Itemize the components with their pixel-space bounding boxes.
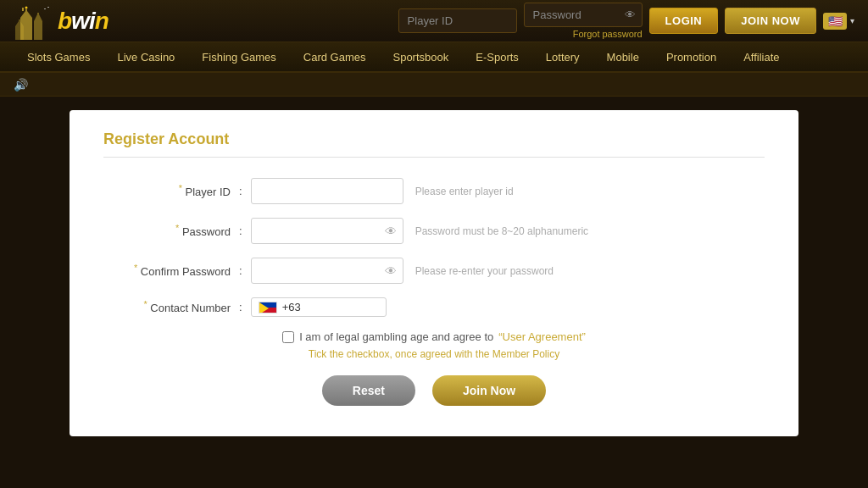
join-now-form-button[interactable]: Join Now: [432, 375, 546, 406]
ph-flag-icon: [259, 302, 277, 313]
svg-rect-2: [22, 8, 24, 11]
language-selector[interactable]: 🇺🇸 ▾: [823, 13, 854, 30]
nav-affiliate[interactable]: Affiliate: [730, 42, 793, 72]
register-card: Register Account * Player ID : Please en…: [70, 110, 798, 436]
player-id-input[interactable]: [251, 178, 403, 204]
nav-slots-games[interactable]: Slots Games: [14, 42, 103, 72]
join-now-header-button[interactable]: JOIN NOW: [725, 8, 816, 34]
language-flag[interactable]: 🇺🇸: [823, 13, 847, 30]
nav-lottery[interactable]: Lottery: [532, 42, 593, 72]
login-button[interactable]: LOGIN: [649, 8, 719, 34]
audio-icon[interactable]: 🔊: [14, 78, 28, 92]
agreement-error: Tick the checkbox, once agreed with the …: [309, 348, 559, 360]
nav-sportsbook[interactable]: Sportsbook: [379, 42, 462, 72]
confirm-password-label: * Confirm Password: [103, 263, 239, 278]
header-inputs: 👁 Forgot password LOGIN JOIN NOW 🇺🇸 ▾: [398, 3, 854, 39]
nav-live-casino[interactable]: Live Casino: [103, 42, 188, 72]
nav-e-sports[interactable]: E-Sports: [462, 42, 532, 72]
logo-area: bwin: [14, 3, 115, 40]
contact-number-colon: :: [239, 301, 242, 313]
logo-text: bwin: [58, 8, 108, 35]
player-id-hint: Please enter player id: [415, 186, 514, 197]
nav-mobile[interactable]: Mobile: [593, 42, 653, 72]
required-asterisk-cn: *: [143, 299, 147, 309]
confirm-password-input-wrap: 👁: [251, 258, 403, 284]
header-password-eye-icon[interactable]: 👁: [625, 8, 636, 21]
player-id-colon: :: [239, 185, 242, 197]
password-input-wrap: 👁: [251, 218, 403, 244]
agreement-row: I am of legal gambling age and agree to …: [103, 330, 765, 360]
building-icon: [14, 3, 54, 40]
required-asterisk-cpw: *: [134, 263, 137, 273]
password-row: * Password : 👁 Password must be 8~20 alp…: [103, 218, 765, 244]
confirm-password-input[interactable]: [251, 258, 403, 284]
password-input[interactable]: [251, 218, 403, 244]
form-buttons: Reset Join Now: [103, 375, 765, 406]
audio-bar: 🔊: [0, 73, 868, 97]
confirm-password-row: * Confirm Password : 👁 Please re-enter y…: [103, 258, 765, 284]
agreement-text-before: I am of legal gambling age and agree to: [299, 330, 493, 343]
header-password-area: 👁 Forgot password: [524, 3, 643, 39]
password-label: * Password: [103, 223, 239, 238]
password-colon: :: [239, 225, 242, 237]
agreement-link[interactable]: “User Agreement”: [498, 330, 586, 343]
agreement-line: I am of legal gambling age and agree to …: [282, 330, 586, 343]
main-content: Register Account * Player ID : Please en…: [0, 97, 868, 488]
header-player-id-input[interactable]: [398, 8, 517, 33]
player-id-row: * Player ID : Please enter player id: [103, 178, 765, 204]
confirm-password-eye-button[interactable]: 👁: [385, 264, 397, 278]
svg-marker-1: [34, 13, 42, 40]
language-arrow-icon: ▾: [850, 16, 854, 25]
nav-card-games[interactable]: Card Games: [290, 42, 380, 72]
required-asterisk-pw: *: [175, 223, 179, 233]
forgot-password-link[interactable]: Forgot password: [524, 29, 643, 39]
svg-point-4: [25, 6, 28, 8]
phone-input-wrap[interactable]: +63: [251, 297, 387, 317]
main-nav: Slots Games Live Casino Fishing Games Ca…: [0, 42, 868, 73]
register-title: Register Account: [103, 130, 765, 158]
confirm-password-colon: :: [239, 264, 242, 277]
reset-button[interactable]: Reset: [322, 375, 415, 406]
password-eye-button[interactable]: 👁: [385, 225, 397, 238]
header: bwin 👁 Forgot password LOGIN JOIN NOW 🇺🇸…: [0, 0, 868, 42]
confirm-password-hint: Please re-enter your password: [415, 265, 554, 277]
agreement-checkbox[interactable]: [282, 331, 294, 343]
nav-promotion[interactable]: Promotion: [653, 42, 730, 72]
contact-number-label: * Contact Number: [103, 299, 239, 314]
player-id-label: * Player ID: [103, 183, 239, 198]
password-hint: Password must be 8~20 alphanumeric: [415, 225, 588, 237]
nav-fishing-games[interactable]: Fishing Games: [188, 42, 289, 72]
register-form: * Player ID : Please enter player id * P…: [103, 171, 765, 413]
contact-number-row: * Contact Number : +63: [103, 297, 765, 317]
phone-code: +63: [282, 301, 301, 313]
required-asterisk: *: [179, 183, 182, 193]
